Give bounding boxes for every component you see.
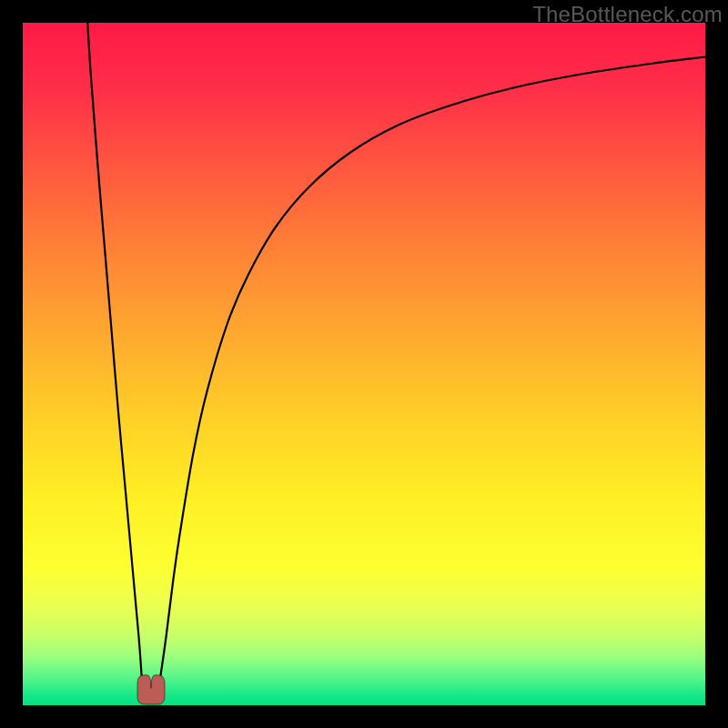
gradient-background <box>23 23 705 705</box>
chart-svg <box>23 23 705 705</box>
plot-area <box>23 23 705 705</box>
watermark-text: TheBottleneck.com <box>532 2 723 27</box>
chart-frame: TheBottleneck.com <box>0 0 728 728</box>
